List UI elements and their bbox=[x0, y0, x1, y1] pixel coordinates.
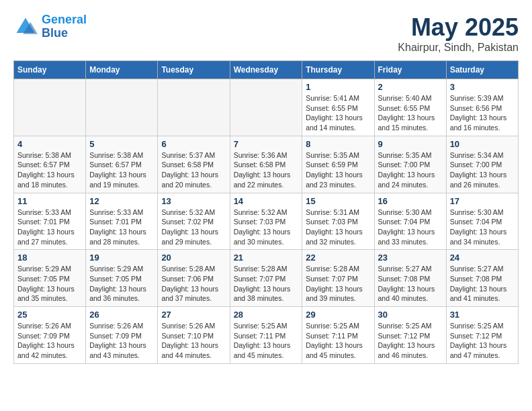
weekday-header-thursday: Thursday bbox=[302, 61, 374, 79]
calendar-cell: 19Sunrise: 5:29 AM Sunset: 7:05 PM Dayli… bbox=[86, 250, 158, 307]
day-info: Sunrise: 5:36 AM Sunset: 6:58 PM Dayligh… bbox=[234, 150, 299, 190]
day-number: 31 bbox=[450, 310, 515, 320]
calendar-cell: 27Sunrise: 5:26 AM Sunset: 7:10 PM Dayli… bbox=[158, 307, 230, 364]
day-number: 19 bbox=[89, 253, 154, 263]
day-info: Sunrise: 5:37 AM Sunset: 6:58 PM Dayligh… bbox=[161, 150, 226, 190]
day-info: Sunrise: 5:35 AM Sunset: 7:00 PM Dayligh… bbox=[378, 150, 443, 190]
day-number: 29 bbox=[306, 310, 370, 320]
calendar-cell: 12Sunrise: 5:33 AM Sunset: 7:01 PM Dayli… bbox=[86, 193, 158, 250]
calendar-cell: 13Sunrise: 5:32 AM Sunset: 7:02 PM Dayli… bbox=[158, 193, 230, 250]
calendar-cell: 18Sunrise: 5:29 AM Sunset: 7:05 PM Dayli… bbox=[14, 250, 86, 307]
day-info: Sunrise: 5:35 AM Sunset: 6:59 PM Dayligh… bbox=[306, 150, 370, 190]
location-subtitle: Khairpur, Sindh, Pakistan bbox=[398, 42, 519, 54]
calendar-cell: 22Sunrise: 5:28 AM Sunset: 7:07 PM Dayli… bbox=[302, 250, 374, 307]
day-info: Sunrise: 5:26 AM Sunset: 7:09 PM Dayligh… bbox=[17, 321, 82, 361]
calendar-cell: 24Sunrise: 5:27 AM Sunset: 7:08 PM Dayli… bbox=[446, 250, 518, 307]
logo: General Blue bbox=[13, 13, 87, 40]
day-info: Sunrise: 5:33 AM Sunset: 7:01 PM Dayligh… bbox=[89, 208, 154, 247]
week-row-5: 25Sunrise: 5:26 AM Sunset: 7:09 PM Dayli… bbox=[14, 307, 519, 364]
title-block: May 2025 Khairpur, Sindh, Pakistan bbox=[398, 13, 519, 54]
day-number: 1 bbox=[306, 82, 370, 92]
day-info: Sunrise: 5:30 AM Sunset: 7:04 PM Dayligh… bbox=[450, 208, 515, 247]
calendar-cell: 16Sunrise: 5:30 AM Sunset: 7:04 PM Dayli… bbox=[374, 193, 446, 250]
day-info: Sunrise: 5:33 AM Sunset: 7:01 PM Dayligh… bbox=[17, 208, 82, 247]
calendar-cell: 14Sunrise: 5:32 AM Sunset: 7:03 PM Dayli… bbox=[230, 193, 302, 250]
calendar-body: 1Sunrise: 5:41 AM Sunset: 6:55 PM Daylig… bbox=[14, 79, 519, 364]
calendar-cell: 15Sunrise: 5:31 AM Sunset: 7:03 PM Dayli… bbox=[302, 193, 374, 250]
day-number: 7 bbox=[234, 139, 299, 149]
day-info: Sunrise: 5:32 AM Sunset: 7:02 PM Dayligh… bbox=[161, 208, 226, 247]
calendar-cell: 28Sunrise: 5:25 AM Sunset: 7:11 PM Dayli… bbox=[230, 307, 302, 364]
calendar-cell: 6Sunrise: 5:37 AM Sunset: 6:58 PM Daylig… bbox=[158, 136, 230, 193]
day-number: 28 bbox=[234, 310, 299, 320]
day-number: 16 bbox=[378, 196, 443, 206]
day-info: Sunrise: 5:39 AM Sunset: 6:56 PM Dayligh… bbox=[450, 93, 515, 133]
day-info: Sunrise: 5:25 AM Sunset: 7:12 PM Dayligh… bbox=[378, 321, 443, 361]
day-info: Sunrise: 5:25 AM Sunset: 7:11 PM Dayligh… bbox=[306, 321, 370, 361]
day-number: 5 bbox=[89, 139, 154, 149]
day-info: Sunrise: 5:27 AM Sunset: 7:08 PM Dayligh… bbox=[450, 264, 515, 304]
day-number: 2 bbox=[378, 82, 443, 92]
day-number: 26 bbox=[89, 310, 154, 320]
week-row-1: 1Sunrise: 5:41 AM Sunset: 6:55 PM Daylig… bbox=[14, 79, 519, 136]
weekday-header-monday: Monday bbox=[86, 61, 158, 79]
calendar-cell: 7Sunrise: 5:36 AM Sunset: 6:58 PM Daylig… bbox=[230, 136, 302, 193]
weekday-header-saturday: Saturday bbox=[446, 61, 518, 79]
weekday-header-row: SundayMondayTuesdayWednesdayThursdayFrid… bbox=[14, 61, 519, 79]
day-info: Sunrise: 5:29 AM Sunset: 7:05 PM Dayligh… bbox=[17, 264, 82, 304]
calendar-cell: 31Sunrise: 5:25 AM Sunset: 7:12 PM Dayli… bbox=[446, 307, 518, 364]
calendar-cell: 23Sunrise: 5:27 AM Sunset: 7:08 PM Dayli… bbox=[374, 250, 446, 307]
month-title: May 2025 bbox=[398, 13, 519, 42]
day-number: 10 bbox=[450, 139, 515, 149]
calendar-cell: 20Sunrise: 5:28 AM Sunset: 7:06 PM Dayli… bbox=[158, 250, 230, 307]
day-info: Sunrise: 5:25 AM Sunset: 7:11 PM Dayligh… bbox=[234, 321, 299, 361]
day-number: 13 bbox=[161, 196, 226, 206]
calendar-cell bbox=[86, 79, 158, 136]
day-number: 27 bbox=[161, 310, 226, 320]
calendar-cell: 5Sunrise: 5:38 AM Sunset: 6:57 PM Daylig… bbox=[86, 136, 158, 193]
day-info: Sunrise: 5:40 AM Sunset: 6:55 PM Dayligh… bbox=[378, 93, 443, 133]
logo-icon bbox=[13, 15, 38, 39]
calendar-cell: 10Sunrise: 5:34 AM Sunset: 7:00 PM Dayli… bbox=[446, 136, 518, 193]
calendar-cell: 9Sunrise: 5:35 AM Sunset: 7:00 PM Daylig… bbox=[374, 136, 446, 193]
day-number: 24 bbox=[450, 253, 515, 263]
day-info: Sunrise: 5:31 AM Sunset: 7:03 PM Dayligh… bbox=[306, 208, 370, 247]
day-number: 9 bbox=[378, 139, 443, 149]
logo-text: General Blue bbox=[42, 13, 87, 40]
calendar-cell: 8Sunrise: 5:35 AM Sunset: 6:59 PM Daylig… bbox=[302, 136, 374, 193]
day-number: 25 bbox=[17, 310, 82, 320]
calendar-cell: 30Sunrise: 5:25 AM Sunset: 7:12 PM Dayli… bbox=[374, 307, 446, 364]
day-info: Sunrise: 5:26 AM Sunset: 7:09 PM Dayligh… bbox=[89, 321, 154, 361]
weekday-header-wednesday: Wednesday bbox=[230, 61, 302, 79]
calendar-cell bbox=[230, 79, 302, 136]
day-number: 23 bbox=[378, 253, 443, 263]
day-number: 18 bbox=[17, 253, 82, 263]
day-info: Sunrise: 5:28 AM Sunset: 7:07 PM Dayligh… bbox=[306, 264, 370, 304]
calendar-cell: 25Sunrise: 5:26 AM Sunset: 7:09 PM Dayli… bbox=[14, 307, 86, 364]
day-number: 15 bbox=[306, 196, 370, 206]
weekday-header-sunday: Sunday bbox=[14, 61, 86, 79]
day-info: Sunrise: 5:29 AM Sunset: 7:05 PM Dayligh… bbox=[89, 264, 154, 304]
calendar-cell: 1Sunrise: 5:41 AM Sunset: 6:55 PM Daylig… bbox=[302, 79, 374, 136]
day-number: 14 bbox=[234, 196, 299, 206]
day-info: Sunrise: 5:32 AM Sunset: 7:03 PM Dayligh… bbox=[234, 208, 299, 247]
day-number: 20 bbox=[161, 253, 226, 263]
day-info: Sunrise: 5:26 AM Sunset: 7:10 PM Dayligh… bbox=[161, 321, 226, 361]
day-info: Sunrise: 5:38 AM Sunset: 6:57 PM Dayligh… bbox=[89, 150, 154, 190]
calendar-table: SundayMondayTuesdayWednesdayThursdayFrid… bbox=[13, 60, 519, 364]
day-info: Sunrise: 5:38 AM Sunset: 6:57 PM Dayligh… bbox=[17, 150, 82, 190]
calendar-cell: 2Sunrise: 5:40 AM Sunset: 6:55 PM Daylig… bbox=[374, 79, 446, 136]
day-info: Sunrise: 5:28 AM Sunset: 7:06 PM Dayligh… bbox=[161, 264, 226, 304]
calendar-cell: 11Sunrise: 5:33 AM Sunset: 7:01 PM Dayli… bbox=[14, 193, 86, 250]
calendar-cell: 21Sunrise: 5:28 AM Sunset: 7:07 PM Dayli… bbox=[230, 250, 302, 307]
day-number: 21 bbox=[234, 253, 299, 263]
day-number: 30 bbox=[378, 310, 443, 320]
day-number: 6 bbox=[161, 139, 226, 149]
day-number: 17 bbox=[450, 196, 515, 206]
day-info: Sunrise: 5:34 AM Sunset: 7:00 PM Dayligh… bbox=[450, 150, 515, 190]
day-info: Sunrise: 5:25 AM Sunset: 7:12 PM Dayligh… bbox=[450, 321, 515, 361]
calendar-cell bbox=[158, 79, 230, 136]
day-number: 8 bbox=[306, 139, 370, 149]
day-number: 11 bbox=[17, 196, 82, 206]
calendar-cell: 26Sunrise: 5:26 AM Sunset: 7:09 PM Dayli… bbox=[86, 307, 158, 364]
